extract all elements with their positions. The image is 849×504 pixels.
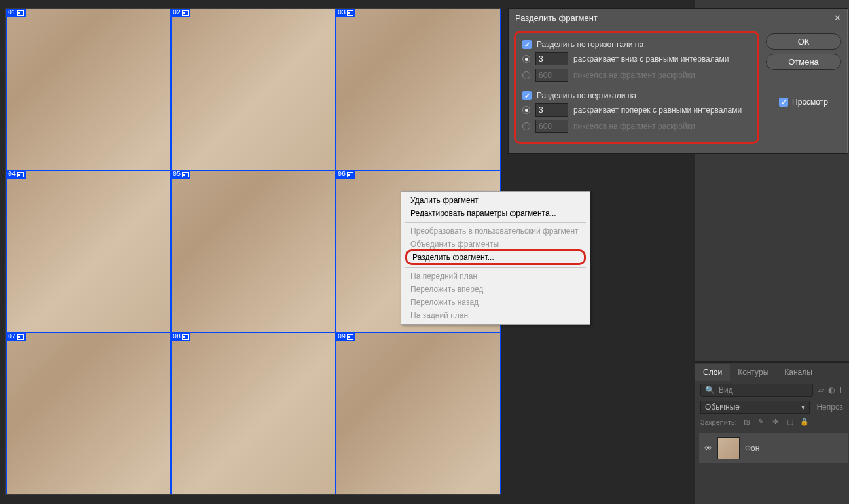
slice-badge: 05 (172, 171, 190, 179)
slice-number: 07 (8, 334, 16, 340)
lock-label: Закрепить: (700, 418, 737, 426)
image-icon (17, 172, 24, 177)
context-menu: Удалить фрагмент Редактировать параметры… (401, 191, 590, 325)
ctx-bring-front: На передний план (401, 270, 590, 283)
vert-evenly-radio[interactable] (522, 106, 530, 114)
separator (405, 267, 586, 268)
slice-number: 01 (8, 10, 16, 16)
vert-pixels-radio[interactable] (522, 122, 530, 130)
slice-badge: 04 (7, 171, 26, 179)
horiz-count-hint: раскраивает вниз с равными интервалами (573, 54, 729, 63)
slice-07[interactable]: 07 (6, 333, 171, 494)
ctx-send-backward: Переложить назад (401, 296, 590, 309)
lock-brush-icon[interactable]: ✎ (757, 418, 766, 426)
ctx-divide-slice[interactable]: Разделить фрагмент... (407, 251, 584, 263)
ctx-delete-slice[interactable]: Удалить фрагмент (401, 194, 590, 207)
horiz-evenly-radio[interactable] (522, 55, 530, 63)
slice-badge: 07 (7, 333, 26, 341)
slice-03[interactable]: 03 (336, 9, 501, 170)
ctx-combine-slices: Объединить фрагменты (401, 238, 590, 251)
vertical-group: ✓ Разделить по вертикали на раскраивает … (522, 91, 751, 133)
vert-label: Разделить по вертикали на (537, 91, 636, 100)
preview-checkbox[interactable]: ✓ (779, 98, 788, 107)
slice-number: 02 (173, 10, 181, 16)
filter-image-icon[interactable]: ▱ (818, 386, 824, 395)
image-icon (182, 10, 189, 16)
tab-channels[interactable]: Каналы (776, 364, 820, 381)
slice-number: 05 (173, 171, 181, 178)
dialog-title: Разделить фрагмент (515, 13, 598, 23)
dialog-titlebar[interactable]: Разделить фрагмент ✕ (509, 9, 848, 28)
vert-checkbox[interactable]: ✓ (522, 91, 532, 100)
visibility-icon[interactable]: 👁 (704, 444, 712, 453)
image-icon (17, 334, 24, 340)
vert-count-input[interactable] (535, 103, 568, 117)
ctx-edit-slice[interactable]: Редактировать параметры фрагмента... (401, 207, 590, 220)
lock-artboard-icon[interactable]: ▢ (786, 418, 795, 426)
lock-move-icon[interactable]: ✥ (771, 418, 780, 426)
horiz-checkbox[interactable]: ✓ (522, 40, 532, 49)
filter-type-icon[interactable]: T (839, 386, 843, 395)
chevron-down-icon: ▾ (801, 403, 805, 412)
horiz-pixels-radio[interactable] (522, 71, 530, 79)
slice-badge: 06 (336, 171, 355, 179)
slice-05[interactable]: 05 (171, 170, 336, 332)
slice-badge: 08 (172, 333, 190, 341)
separator (405, 222, 586, 223)
ctx-bring-forward: Переложить вперед (401, 283, 590, 296)
slice-04[interactable]: 04 (6, 170, 171, 332)
slice-02[interactable]: 02 (171, 9, 336, 170)
slice-number: 06 (338, 171, 346, 178)
divide-slice-dialog: Разделить фрагмент ✕ ✓ Разделить по гори… (508, 8, 848, 154)
blend-mode-dropdown[interactable]: Обычные ▾ (700, 401, 810, 414)
horiz-label: Разделить по горизонтали на (537, 40, 643, 49)
slice-number: 04 (8, 171, 16, 178)
blend-mode-value: Обычные (705, 403, 740, 412)
image-icon (347, 334, 353, 340)
horiz-px-input (535, 69, 568, 82)
opacity-label: Непроз (816, 403, 843, 412)
panel-separator (695, 361, 849, 363)
ctx-send-back: На задний план (401, 309, 590, 322)
layer-filter[interactable]: 🔍 Вид (700, 384, 813, 397)
slice-number: 03 (338, 10, 346, 16)
vert-px-input (535, 120, 568, 133)
ok-button[interactable]: ОК (766, 33, 841, 50)
tab-layers[interactable]: Слои (695, 364, 730, 381)
ctx-convert-user-slice: Преобразовать в пользовательский фрагмен… (401, 225, 590, 238)
cancel-button[interactable]: Отмена (766, 54, 841, 70)
layer-name: Фон (745, 444, 759, 453)
preview-label: Просмотр (792, 98, 828, 107)
panel-tabs: Слои Контуры Каналы (695, 364, 820, 381)
vert-count-hint: раскраивает поперек с равными интервалам… (573, 105, 742, 115)
filter-label: Вид (719, 386, 733, 395)
image-icon (182, 172, 189, 177)
tab-paths[interactable]: Контуры (730, 364, 776, 381)
slice-badge: 02 (172, 9, 190, 17)
slice-badge: 01 (7, 9, 26, 17)
image-icon (347, 172, 353, 177)
horizontal-group: ✓ Разделить по горизонтали на раскраивае… (522, 40, 751, 82)
layer-row[interactable]: 👁 Фон (699, 433, 848, 463)
slice-badge: 03 (336, 9, 355, 17)
highlight-annotation: Разделить фрагмент... (405, 249, 586, 265)
search-icon: 🔍 (705, 386, 715, 395)
image-icon (182, 334, 189, 340)
slice-08[interactable]: 08 (171, 333, 336, 494)
horiz-px-hint: пикселов на фрагмент раскройки (573, 71, 695, 80)
slice-badge: 09 (336, 333, 355, 341)
dialog-options-highlight: ✓ Разделить по горизонтали на раскраивае… (514, 31, 759, 144)
image-icon (347, 10, 353, 16)
slice-01[interactable]: 01 (6, 9, 171, 170)
slice-number: 08 (173, 334, 181, 340)
horiz-count-input[interactable] (535, 52, 568, 65)
slice-09[interactable]: 09 (336, 333, 501, 494)
image-icon (17, 10, 24, 16)
close-icon[interactable]: ✕ (832, 12, 842, 23)
vert-px-hint: пикселов на фрагмент раскройки (573, 122, 695, 131)
filter-adjust-icon[interactable]: ◐ (828, 386, 835, 395)
layer-thumbnail[interactable] (717, 437, 740, 459)
lock-pixels-icon[interactable]: ▨ (742, 418, 751, 426)
slice-number: 09 (338, 334, 346, 340)
lock-all-icon[interactable]: 🔒 (800, 418, 809, 426)
